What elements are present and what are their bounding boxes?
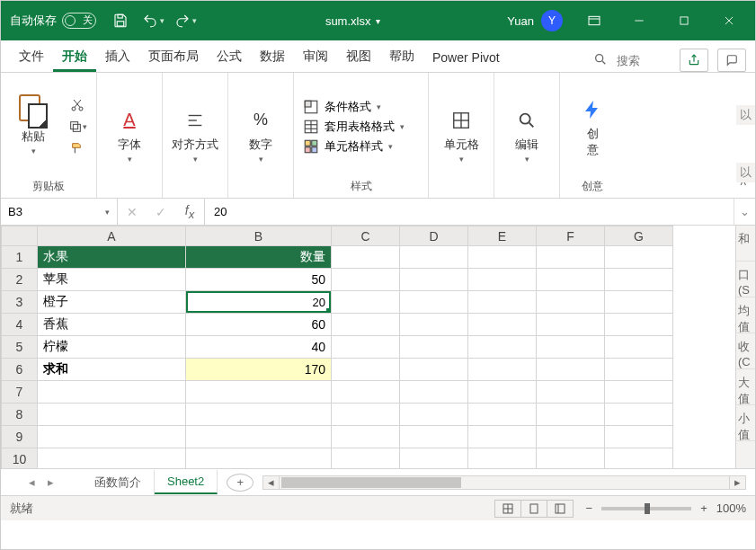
cell[interactable] [332, 426, 400, 448]
cell[interactable] [332, 291, 400, 314]
cell[interactable] [537, 269, 605, 291]
scroll-left-icon[interactable]: ◂ [263, 476, 280, 489]
cell[interactable] [186, 404, 332, 426]
col-header[interactable]: A [38, 226, 186, 246]
cell[interactable] [605, 359, 673, 381]
cell[interactable] [605, 448, 673, 469]
worksheet-grid[interactable]: A B C D E F G 1 水果 数量 2 苹果 50 3 橙子 20 4 [1, 226, 739, 468]
row-header[interactable]: 1 [2, 246, 38, 269]
maximize-icon[interactable] [663, 1, 705, 40]
cell[interactable] [537, 336, 605, 359]
cell[interactable]: 水果 [38, 246, 186, 269]
cell[interactable] [38, 404, 186, 426]
paste-button[interactable]: 粘贴 ▾ [10, 98, 57, 155]
row-header[interactable]: 5 [2, 336, 38, 359]
cell[interactable] [537, 359, 605, 381]
cell[interactable]: 40 [186, 336, 332, 359]
cell[interactable] [537, 404, 605, 426]
number-button[interactable]: %数字▾ [237, 106, 284, 164]
tab-help[interactable]: 帮助 [380, 41, 423, 72]
cell[interactable]: 橙子 [38, 291, 186, 314]
cell[interactable] [537, 381, 605, 404]
cell[interactable] [400, 359, 468, 381]
copy-icon[interactable]: ▾ [67, 119, 87, 135]
view-pagelayout-icon[interactable] [520, 500, 547, 518]
col-header[interactable]: D [400, 226, 468, 246]
tab-review[interactable]: 审阅 [294, 41, 337, 72]
cell[interactable] [605, 246, 673, 269]
format-painter-icon[interactable] [67, 140, 87, 156]
cell[interactable] [186, 448, 332, 469]
cell[interactable] [605, 381, 673, 404]
view-pagebreak-icon[interactable] [547, 500, 574, 518]
sheet-next-icon[interactable]: ▸ [48, 475, 54, 489]
sheet-prev-icon[interactable]: ◂ [29, 475, 35, 489]
tab-file[interactable]: 文件 [10, 41, 53, 72]
cell[interactable]: 170 [186, 359, 332, 381]
scroll-right-icon[interactable]: ▸ [729, 476, 745, 489]
row-header[interactable]: 8 [2, 404, 38, 426]
cell[interactable] [400, 381, 468, 404]
tab-home[interactable]: 开始 [53, 41, 96, 72]
editing-button[interactable]: 编辑▾ [503, 106, 550, 164]
share-button[interactable] [680, 49, 708, 72]
row-header[interactable]: 3 [2, 291, 38, 314]
fill-handle[interactable] [326, 308, 332, 314]
row-header[interactable]: 9 [2, 426, 38, 448]
cell[interactable] [332, 269, 400, 291]
cell[interactable] [400, 269, 468, 291]
zoom-in-icon[interactable]: + [700, 501, 707, 515]
cell[interactable] [400, 336, 468, 359]
cell[interactable] [332, 381, 400, 404]
tab-formulas[interactable]: 公式 [208, 41, 251, 72]
view-normal-icon[interactable] [494, 500, 521, 518]
cell[interactable] [332, 314, 400, 336]
align-button[interactable]: 对齐方式▾ [172, 106, 218, 164]
cell[interactable] [38, 448, 186, 469]
cell[interactable] [537, 426, 605, 448]
cell-reference-input[interactable] [8, 205, 89, 218]
zoom-level[interactable]: 100% [716, 501, 746, 515]
table-format-button[interactable]: 套用表格格式▾ [303, 119, 405, 135]
cell[interactable] [400, 246, 468, 269]
cell[interactable] [537, 246, 605, 269]
cell[interactable] [332, 448, 400, 469]
namebox-caret-icon[interactable]: ▾ [105, 208, 110, 217]
cell[interactable] [38, 381, 186, 404]
cell[interactable] [605, 336, 673, 359]
formula-input[interactable]: 20 [205, 199, 734, 225]
cell[interactable] [537, 314, 605, 336]
cell[interactable] [186, 381, 332, 404]
cell[interactable]: 数量 [186, 246, 332, 269]
cell[interactable]: 60 [186, 314, 332, 336]
tab-data[interactable]: 数据 [251, 41, 294, 72]
cell[interactable] [605, 269, 673, 291]
close-icon[interactable] [708, 1, 750, 40]
cell[interactable] [186, 426, 332, 448]
cell[interactable] [468, 336, 537, 359]
ideas-button[interactable]: 创意 [569, 95, 616, 158]
cell[interactable] [605, 291, 673, 314]
toggle-switch[interactable] [62, 13, 96, 29]
horizontal-scrollbar[interactable]: ◂ ▸ [262, 475, 746, 490]
tab-insert[interactable]: 插入 [96, 41, 139, 72]
sheet-tab-sheet2[interactable]: Sheet2 [155, 470, 218, 494]
sheet-tab-intro[interactable]: 函数简介 [82, 470, 155, 495]
cut-icon[interactable] [67, 97, 87, 113]
cell[interactable] [400, 426, 468, 448]
cell[interactable]: 50 [186, 269, 332, 291]
col-header[interactable]: F [537, 226, 605, 246]
font-button[interactable]: A字体▾ [106, 106, 153, 164]
zoom-out-icon[interactable]: − [586, 501, 593, 515]
cell-styles-button[interactable]: 单元格样式▾ [303, 138, 405, 155]
cell[interactable] [400, 291, 468, 314]
minimize-icon[interactable] [618, 1, 660, 40]
cell[interactable] [38, 426, 186, 448]
cell[interactable] [605, 426, 673, 448]
name-box[interactable]: ▾ [1, 199, 118, 225]
user-account[interactable]: Yuan Y [507, 10, 563, 31]
cell[interactable]: 柠檬 [38, 336, 186, 359]
tab-powerpivot[interactable]: Power Pivot [423, 43, 509, 72]
autosave-toggle[interactable]: 自动保存 [10, 13, 96, 29]
title-caret-icon[interactable]: ▾ [376, 16, 380, 26]
